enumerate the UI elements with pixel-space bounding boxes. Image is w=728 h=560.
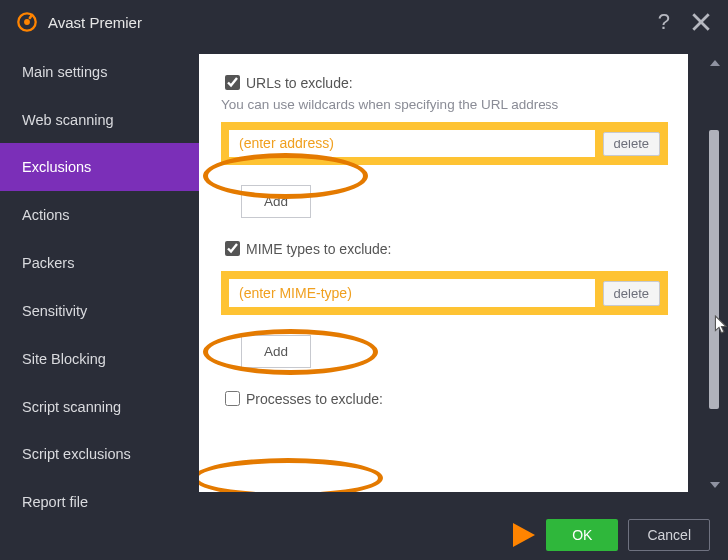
processes-title: Processes to exclude: [246,391,383,407]
cancel-button[interactable]: Cancel [628,519,710,551]
svg-point-1 [24,19,30,25]
sidebar-item-script-exclusions[interactable]: Script exclusions [0,430,199,478]
scrollbar[interactable] [708,60,722,488]
mime-input[interactable]: (enter MIME-type) [229,279,595,307]
mouse-cursor-icon [714,315,728,335]
help-icon[interactable]: ? [658,9,670,35]
titlebar: Avast Premier ? [0,0,728,44]
annotation-ellipse-processes [199,458,383,492]
section-mime: MIME types to exclude: [221,238,668,259]
sidebar-item-label: Script exclusions [22,446,131,462]
sidebar-item-actions[interactable]: Actions [0,191,199,239]
content-panel: URLs to exclude: You can use wildcards w… [199,54,688,492]
sidebar-item-label: Report file [22,494,88,510]
urls-title: URLs to exclude: [246,75,353,91]
window-title: Avast Premier [48,14,142,31]
urls-add-button[interactable]: Add [241,185,311,218]
sidebar-item-script-scanning[interactable]: Script scanning [0,383,199,430]
urls-help-text: You can use wildcards when specifying th… [221,97,668,112]
sidebar-item-exclusions[interactable]: Exclusions [0,143,199,191]
sidebar-item-label: Sensitivity [22,303,87,319]
sidebar: Main settings Web scanning Exclusions Ac… [0,44,199,510]
mime-checkbox[interactable] [225,241,240,256]
urls-checkbox[interactable] [225,75,240,90]
sidebar-item-label: Web scanning [22,112,114,128]
annotation-arrow-icon [513,523,535,547]
sidebar-item-label: Exclusions [22,159,91,175]
sidebar-item-label: Site Blocking [22,351,106,367]
mime-title: MIME types to exclude: [246,241,392,257]
close-icon[interactable] [690,11,712,33]
urls-input-placeholder: (enter address) [239,136,334,151]
sidebar-item-label: Packers [22,255,74,271]
body: Main settings Web scanning Exclusions Ac… [0,44,728,510]
urls-input[interactable]: (enter address) [229,130,595,157]
section-urls: URLs to exclude: [221,72,668,93]
urls-delete-button[interactable]: delete [603,132,660,156]
processes-checkbox[interactable] [225,391,240,406]
footer: OK Cancel [0,510,728,560]
sidebar-item-label: Script scanning [22,399,121,415]
ok-button[interactable]: OK [546,519,618,551]
avast-logo-icon [16,11,38,33]
sidebar-item-main-settings[interactable]: Main settings [0,48,199,96]
sidebar-item-site-blocking[interactable]: Site Blocking [0,335,199,383]
sidebar-item-web-scanning[interactable]: Web scanning [0,96,199,143]
urls-field-row: (enter address) delete [221,122,668,165]
mime-delete-button[interactable]: delete [603,281,660,306]
sidebar-item-label: Actions [22,207,70,223]
scroll-thumb[interactable] [709,130,719,409]
content-wrap: URLs to exclude: You can use wildcards w… [199,44,728,510]
sidebar-item-label: Main settings [22,64,107,80]
mime-add-button[interactable]: Add [241,335,311,368]
mime-input-placeholder: (enter MIME-type) [239,285,352,301]
section-processes: Processes to exclude: [221,388,668,409]
scroll-down-icon[interactable] [710,482,720,488]
sidebar-item-packers[interactable]: Packers [0,239,199,287]
window: Avast Premier ? Main settings Web scanni… [0,0,728,560]
scroll-up-icon[interactable] [710,60,720,66]
mime-field-row: (enter MIME-type) delete [221,271,668,315]
sidebar-item-sensitivity[interactable]: Sensitivity [0,287,199,335]
